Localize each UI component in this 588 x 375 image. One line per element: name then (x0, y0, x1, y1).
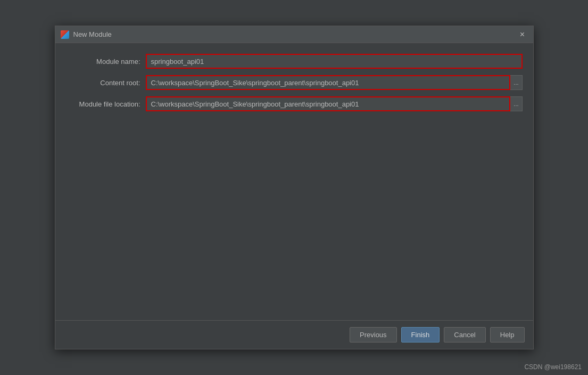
dialog-overlay: New Module × Module name: Content root: … (0, 0, 588, 375)
title-bar-left: New Module (61, 30, 112, 39)
app-icon (61, 30, 69, 39)
watermark: CSDN @wei198621 (524, 363, 582, 371)
finish-button[interactable]: Finish (401, 327, 440, 343)
module-file-label: Module file location: (66, 100, 140, 108)
module-file-browse-button[interactable]: ... (510, 96, 522, 111)
module-name-input-wrapper (146, 54, 523, 69)
dialog-footer: Previous Finish Cancel Help (55, 320, 533, 349)
module-name-input[interactable] (146, 54, 523, 69)
dialog-window: New Module × Module name: Content root: … (55, 26, 534, 349)
content-root-row: Content root: ... (66, 75, 523, 90)
content-root-browse-button[interactable]: ... (510, 75, 522, 90)
dialog-title: New Module (73, 30, 112, 38)
previous-button[interactable]: Previous (350, 327, 397, 343)
cancel-button[interactable]: Cancel (444, 327, 485, 343)
module-name-row: Module name: (66, 54, 523, 69)
close-button[interactable]: × (517, 29, 528, 40)
dialog-body: Module name: Content root: ... Module fi… (55, 43, 533, 320)
content-root-input[interactable] (146, 75, 511, 90)
content-root-label: Content root: (66, 79, 140, 87)
content-root-input-wrapper: ... (146, 75, 523, 90)
module-file-input[interactable] (146, 96, 511, 111)
module-name-label: Module name: (66, 58, 140, 66)
module-file-row: Module file location: ... (66, 96, 523, 111)
module-file-input-wrapper: ... (146, 96, 523, 111)
help-button[interactable]: Help (490, 327, 525, 343)
title-bar: New Module × (55, 26, 533, 43)
